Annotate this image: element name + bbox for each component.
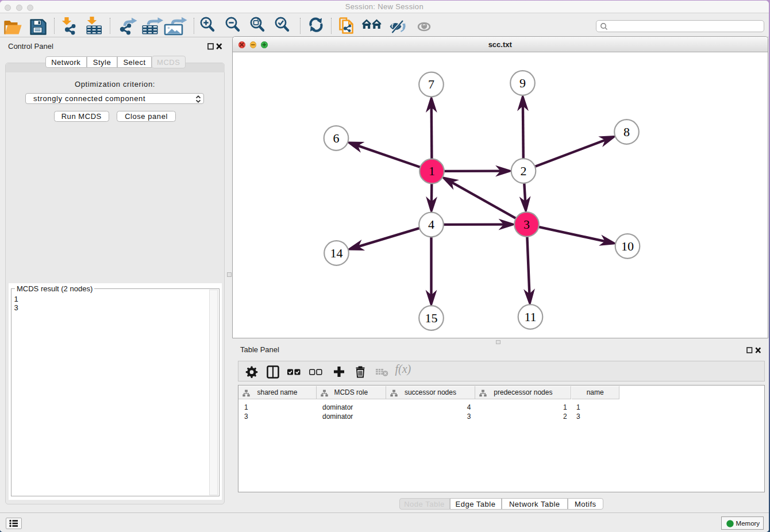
svg-text:3: 3 — [523, 217, 530, 232]
svg-text:11: 11 — [524, 310, 536, 324]
svg-text:7: 7 — [428, 77, 434, 91]
svg-text:8: 8 — [623, 125, 630, 139]
svg-text:10: 10 — [621, 239, 634, 253]
svg-text:6: 6 — [333, 131, 339, 145]
svg-text:14: 14 — [330, 246, 342, 260]
svg-text:1: 1 — [429, 164, 435, 178]
svg-text:9: 9 — [519, 76, 526, 90]
svg-text:15: 15 — [425, 311, 437, 325]
svg-text:2: 2 — [520, 164, 526, 178]
svg-text:4: 4 — [428, 217, 434, 232]
